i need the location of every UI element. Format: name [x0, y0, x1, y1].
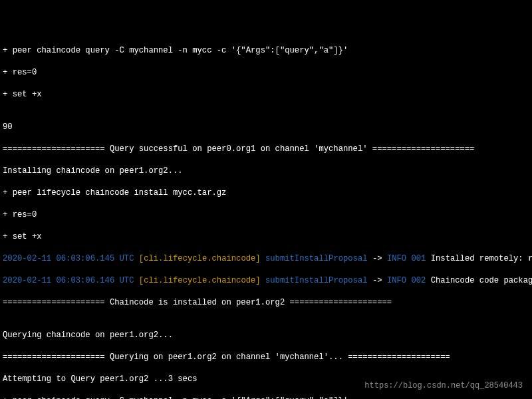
terminal-line: Querying chaincode on peer1.org2...: [3, 330, 529, 340]
log-timestamp: 2020-02-11 06:03:06.145 UTC: [3, 254, 134, 263]
log-line-2: 2020-02-11 06:03:06.146 UTC [cli.lifecyc…: [3, 275, 529, 286]
log-message: Installed remotely: response:<status:200…: [426, 254, 532, 263]
terminal-line: + peer chaincode query -C mychannel -n m…: [3, 45, 529, 56]
terminal-line: + peer chaincode query -C mychannel -n m…: [3, 396, 529, 399]
watermark: https://blog.csdn.net/qq_28540443: [364, 380, 523, 391]
log-module: [cli.lifecycle.chaincode]: [139, 254, 261, 263]
log-arrow: ->: [372, 254, 382, 263]
terminal-line: + res=0: [3, 209, 529, 220]
log-line-1: 2020-02-11 06:03:06.145 UTC [cli.lifecyc…: [3, 253, 529, 264]
terminal-line: ===================== Querying on peer1.…: [3, 352, 529, 362]
terminal-line: ===================== Query successful o…: [3, 144, 529, 154]
terminal-line: ===================== Chaincode is insta…: [3, 297, 529, 308]
terminal-line: + peer lifecycle chaincode install mycc.…: [3, 188, 529, 198]
log-level: INFO 001: [387, 254, 426, 263]
log-arrow: ->: [372, 276, 382, 285]
log-method: submitInstallProposal: [265, 276, 368, 285]
log-method: submitInstallProposal: [265, 254, 368, 263]
log-message: Chaincode code package identifier: mycc_…: [426, 276, 532, 285]
log-timestamp: 2020-02-11 06:03:06.146 UTC: [3, 276, 134, 285]
terminal-line: + set +x: [3, 89, 529, 100]
terminal-line: + res=0: [3, 67, 529, 78]
terminal-line: 90: [3, 122, 529, 132]
terminal-line: + set +x: [3, 231, 529, 242]
log-level: INFO 002: [387, 276, 426, 285]
terminal-line: Installing chaincode on peer1.org2...: [3, 166, 529, 176]
log-module: [cli.lifecycle.chaincode]: [139, 276, 261, 285]
